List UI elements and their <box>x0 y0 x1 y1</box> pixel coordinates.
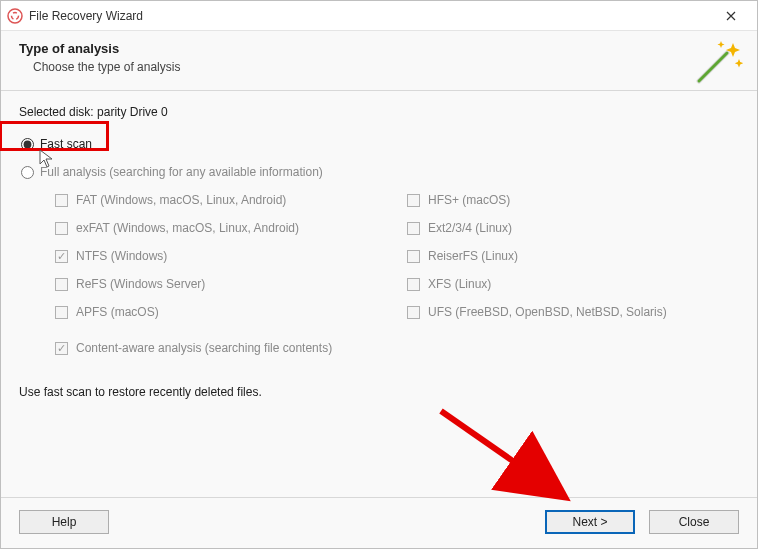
wizard-footer: Help Next > Close <box>1 497 757 548</box>
chk-ntfs: NTFS (Windows) <box>55 249 387 263</box>
window: File Recovery Wizard Type of analysis Ch… <box>0 0 758 549</box>
checkbox-icon <box>407 194 420 207</box>
checkbox-icon <box>55 278 68 291</box>
selected-disk-label: Selected disk: parity Drive 0 <box>19 105 739 119</box>
chk-refs: ReFS (Windows Server) <box>55 277 387 291</box>
close-icon <box>726 11 736 21</box>
page-title: Type of analysis <box>19 41 739 56</box>
chk-exfat-label: exFAT (Windows, macOS, Linux, Android) <box>76 221 299 235</box>
chk-ntfs-label: NTFS (Windows) <box>76 249 167 263</box>
chk-fat-label: FAT (Windows, macOS, Linux, Android) <box>76 193 286 207</box>
chk-ext: Ext2/3/4 (Linux) <box>407 221 739 235</box>
wizard-wand-icon <box>693 37 743 87</box>
help-button[interactable]: Help <box>19 510 109 534</box>
checkbox-icon <box>407 278 420 291</box>
chk-reiser-label: ReiserFS (Linux) <box>428 249 518 263</box>
checkbox-icon <box>55 306 68 319</box>
chk-ext-label: Ext2/3/4 (Linux) <box>428 221 512 235</box>
chk-content-aware-label: Content-aware analysis (searching file c… <box>76 341 332 355</box>
close-button[interactable]: Close <box>649 510 739 534</box>
checkbox-icon <box>407 250 420 263</box>
checkbox-icon <box>55 250 68 263</box>
app-icon <box>7 8 23 24</box>
chk-xfs-label: XFS (Linux) <box>428 277 491 291</box>
wizard-content: Selected disk: parity Drive 0 Fast scan … <box>1 91 757 399</box>
chk-ufs: UFS (FreeBSD, OpenBSD, NetBSD, Solaris) <box>407 305 739 319</box>
window-title: File Recovery Wizard <box>29 9 711 23</box>
checkbox-icon <box>407 306 420 319</box>
hint-text: Use fast scan to restore recently delete… <box>19 385 739 399</box>
radio-full-analysis[interactable] <box>21 166 34 179</box>
chk-hfs: HFS+ (macOS) <box>407 193 739 207</box>
radio-full-analysis-row[interactable]: Full analysis (searching for any availab… <box>19 165 739 179</box>
checkbox-icon <box>55 194 68 207</box>
checkbox-icon <box>407 222 420 235</box>
svg-point-0 <box>8 9 22 23</box>
chk-apfs: APFS (macOS) <box>55 305 387 319</box>
chk-hfs-label: HFS+ (macOS) <box>428 193 510 207</box>
chk-xfs: XFS (Linux) <box>407 277 739 291</box>
chk-apfs-label: APFS (macOS) <box>76 305 159 319</box>
radio-fast-scan-row[interactable]: Fast scan <box>19 137 739 151</box>
svg-line-2 <box>441 411 556 491</box>
filesystem-options-grid: FAT (Windows, macOS, Linux, Android) HFS… <box>19 193 739 319</box>
titlebar: File Recovery Wizard <box>1 1 757 31</box>
chk-exfat: exFAT (Windows, macOS, Linux, Android) <box>55 221 387 235</box>
chk-ufs-label: UFS (FreeBSD, OpenBSD, NetBSD, Solaris) <box>428 305 667 319</box>
chk-fat: FAT (Windows, macOS, Linux, Android) <box>55 193 387 207</box>
next-button[interactable]: Next > <box>545 510 635 534</box>
annotation-arrow <box>431 401 591 511</box>
chk-content-aware: Content-aware analysis (searching file c… <box>19 341 739 355</box>
radio-fast-scan[interactable] <box>21 138 34 151</box>
radio-fast-scan-label: Fast scan <box>40 137 92 151</box>
page-subtitle: Choose the type of analysis <box>19 60 739 74</box>
checkbox-icon <box>55 342 68 355</box>
window-close-button[interactable] <box>711 2 751 30</box>
radio-full-analysis-label: Full analysis (searching for any availab… <box>40 165 323 179</box>
chk-reiser: ReiserFS (Linux) <box>407 249 739 263</box>
chk-refs-label: ReFS (Windows Server) <box>76 277 205 291</box>
wizard-header: Type of analysis Choose the type of anal… <box>1 31 757 91</box>
checkbox-icon <box>55 222 68 235</box>
